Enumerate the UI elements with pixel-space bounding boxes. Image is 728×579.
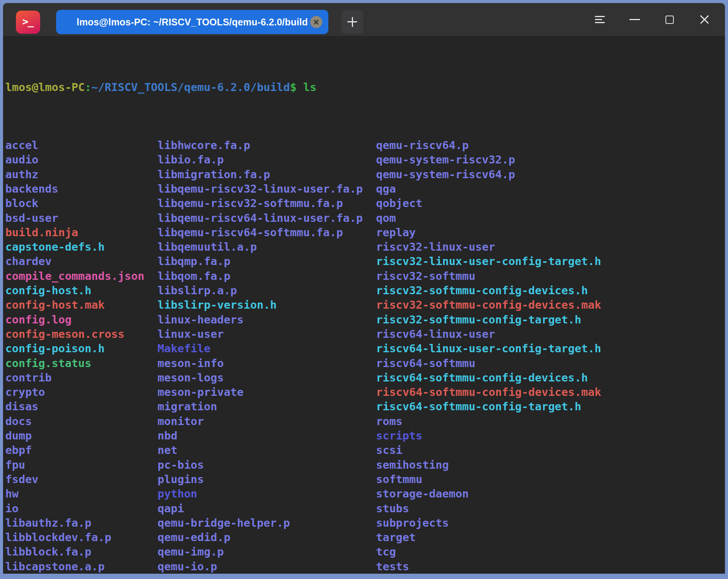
dir-entry: hw (5, 486, 158, 501)
file-listing: accellibhwcore.fa.pqemu-riscv64.paudioli… (5, 138, 725, 574)
dir-entry: tcg (376, 544, 396, 559)
dir-entry: riscv64-linux-user (376, 327, 495, 341)
dir-entry: qemu-edid.p (158, 530, 376, 544)
listing-row: dumpnbdscripts (5, 428, 725, 443)
file-entry: config-host.h (5, 283, 158, 298)
dir-entry: libqmp.fa.p (158, 254, 376, 268)
window-controls (582, 3, 722, 36)
listing-row: build.ninjalibqemu-riscv64-softmmu.fa.pr… (5, 225, 725, 240)
dir-entry: plugins (158, 472, 376, 486)
dir-entry: crypto (5, 385, 158, 399)
dir-entry: linux-headers (158, 312, 376, 327)
listing-row: ebpfnetscsi (5, 443, 725, 457)
listing-row: libauthz.fa.pqemu-bridge-helper.psubproj… (5, 516, 725, 530)
dir-entry: stubs (376, 501, 409, 516)
close-button[interactable] (687, 3, 722, 36)
dir-entry: authz (5, 167, 158, 182)
file-entry: libslirp-version.h (158, 298, 376, 312)
hamburger-menu-icon (595, 16, 605, 23)
maximize-button[interactable] (652, 3, 687, 36)
file-entry: config-host.mak (5, 298, 158, 312)
dir-entry: dump (5, 428, 158, 443)
dir-entry: libqemu-riscv64-softmmu.fa.p (158, 225, 376, 240)
dir-entry: libqom.fa.p (158, 269, 376, 283)
tab-close-button[interactable] (310, 16, 322, 28)
dir-entry: scsi (376, 443, 403, 457)
listing-row: fsdevpluginssoftmmu (5, 472, 725, 486)
dir-entry: linux-user (158, 327, 376, 341)
file-entry: riscv64-softmmu-config-devices.h (376, 370, 588, 385)
dir-entry: qemu-io.p (158, 559, 376, 574)
minimize-button[interactable] (617, 3, 652, 36)
dir-entry: qemu-img.p (158, 544, 376, 559)
tab-title: lmos@lmos-PC: ~/RISCV_TOOLS/qemu-6.2.0/b… (77, 17, 308, 28)
dir-entry: subprojects (376, 516, 449, 530)
new-tab-button[interactable] (341, 10, 363, 34)
prompt-dollar: $ (290, 80, 297, 94)
listing-row: audiolibio.fa.pqemu-system-riscv32.p (5, 152, 725, 167)
terminal-app-icon: >_ (16, 11, 40, 34)
listing-row: config-host.maklibslirp-version.hriscv32… (5, 298, 725, 312)
file-entry: config.status (5, 356, 158, 370)
dir-entry: libmigration.fa.p (158, 167, 376, 182)
dir-entry: meson-info (158, 356, 376, 370)
dir-entry: qemu-system-riscv64.p (376, 167, 515, 182)
terminal-window: >_ lmos@lmos-PC: ~/RISCV_TOOLS/qemu-6.2.… (3, 3, 725, 574)
prompt-user-host: lmos@lmos-PC (5, 80, 85, 94)
dir-entry: libhwcore.fa.p (158, 138, 376, 152)
listing-row: docsmonitorroms (5, 414, 725, 428)
file-entry: python (158, 486, 376, 501)
dir-entry: fsdev (5, 472, 158, 486)
minimize-icon (629, 19, 640, 20)
dir-entry: meson-logs (158, 370, 376, 385)
dir-entry: libslirp.a.p (158, 283, 376, 298)
dir-entry: docs (5, 414, 158, 428)
listing-row: config-host.hlibslirp.a.priscv32-softmmu… (5, 283, 725, 298)
typed-command: ls (297, 80, 316, 94)
file-entry: riscv32-softmmu-config-target.h (376, 312, 581, 327)
prompt-path: ~/RISCV_TOOLS/qemu-6.2.0/build (91, 80, 290, 94)
title-bar[interactable]: >_ lmos@lmos-PC: ~/RISCV_TOOLS/qemu-6.2.… (3, 3, 725, 36)
dir-entry: disas (5, 399, 158, 414)
file-entry: riscv64-linux-user-config-target.h (376, 341, 601, 356)
prompt-colon: : (85, 80, 91, 94)
dir-entry: qemu-bridge-helper.p (158, 516, 376, 530)
listing-row: blocklibqemu-riscv32-softmmu.fa.pqobject (5, 196, 725, 210)
listing-row: compile_commands.jsonlibqom.fa.priscv32-… (5, 269, 725, 283)
file-entry: config-poison.h (5, 341, 158, 356)
dir-entry: nbd (158, 428, 376, 443)
file-entry: riscv64-softmmu-config-devices.mak (376, 385, 601, 399)
dir-entry: qom (376, 211, 396, 225)
dir-entry: libblockdev.fa.p (5, 530, 158, 544)
listing-row: libblockdev.fa.pqemu-edid.ptarget (5, 530, 725, 544)
dir-entry: libqemuutil.a.p (158, 240, 376, 254)
file-entry: compile_commands.json (5, 269, 158, 283)
dir-entry: qapi (158, 501, 376, 516)
listing-row: capstone-defs.hlibqemuutil.a.priscv32-li… (5, 240, 725, 254)
file-entry: capstone-defs.h (5, 240, 158, 254)
listing-row: cryptomeson-privateriscv64-softmmu-confi… (5, 385, 725, 399)
terminal-content[interactable]: lmos@lmos-PC:~/RISCV_TOOLS/qemu-6.2.0/bu… (3, 36, 725, 574)
listing-row: backendslibqemu-riscv32-linux-user.fa.pq… (5, 182, 725, 196)
dir-entry: libqemu-riscv64-linux-user.fa.p (158, 211, 376, 225)
listing-row: fpupc-biossemihosting (5, 458, 725, 472)
dir-entry: qobject (376, 196, 422, 210)
dir-entry: accel (5, 138, 158, 152)
listing-row: contribmeson-logsriscv64-softmmu-config-… (5, 370, 725, 385)
dir-entry: libauthz.fa.p (5, 516, 158, 530)
dir-entry: monitor (158, 414, 376, 428)
listing-row: libblock.fa.pqemu-img.ptcg (5, 544, 725, 559)
listing-row: config-poison.hMakefileriscv64-linux-use… (5, 341, 725, 356)
dir-entry: semihosting (376, 458, 449, 472)
menu-button[interactable] (582, 3, 617, 36)
dir-entry: meson-private (158, 385, 376, 399)
listing-row: ioqapistubs (5, 501, 725, 516)
listing-row: libcapstone.a.pqemu-io.ptests (5, 559, 725, 574)
dir-entry: target (376, 530, 416, 544)
listing-row: chardevlibqmp.fa.priscv32-linux-user-con… (5, 254, 725, 268)
tab-active[interactable]: lmos@lmos-PC: ~/RISCV_TOOLS/qemu-6.2.0/b… (56, 10, 328, 34)
close-icon (699, 14, 710, 25)
dir-entry: tests (376, 559, 409, 574)
file-entry: riscv32-linux-user-config-target.h (376, 254, 601, 268)
listing-row: bsd-userlibqemu-riscv64-linux-user.fa.pq… (5, 211, 725, 225)
